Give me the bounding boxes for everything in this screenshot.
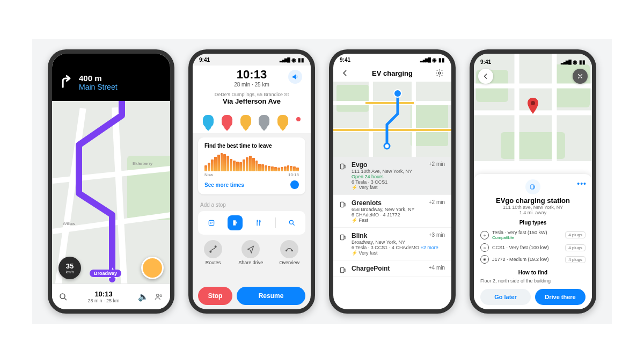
svg-point-8 (210, 251, 211, 252)
sound-toggle-icon[interactable]: 🔈 (138, 292, 149, 302)
charger-item-evgo[interactable]: Evgo 111 10th Ave, New York, NY Open 24 … (333, 157, 451, 195)
svg-point-3 (160, 294, 162, 296)
back-button[interactable] (478, 69, 493, 84)
drive-there-button[interactable]: Drive there (535, 289, 586, 305)
eta-detail: 28 min · 25 km (74, 298, 134, 303)
plug-row-j1772[interactable]: ◉ J1772 · Medium (19.2 kW) 4 plugs (480, 253, 586, 265)
map-pin-icon (526, 98, 539, 114)
station-name: EVgo charging station (480, 197, 586, 205)
status-bar: 9:41 ▂▄▆█◉▮▮ (333, 54, 451, 66)
station-icon (525, 179, 540, 194)
share-icon (241, 240, 260, 258)
destination-dot-icon (296, 117, 301, 121)
overview-icon (280, 240, 298, 258)
how-to-find-text: Floor 2, north side of the building (480, 278, 586, 284)
alert-pin-icon[interactable] (259, 115, 269, 128)
nav-distance: 400 m (79, 74, 118, 83)
report-button[interactable] (141, 257, 164, 279)
alert-pin-icon[interactable] (222, 115, 232, 128)
go-later-button[interactable]: Go later (480, 289, 531, 305)
svg-point-12 (438, 72, 441, 74)
charger-icon (339, 266, 347, 274)
eta-time: 10:13 (74, 290, 134, 298)
current-road-badge: Broadway (90, 270, 121, 277)
phone-nav: Elderberry Willow 9:41 ▂▄▆█◉▮▮ 400 m Mai… (48, 49, 174, 314)
charger-item-blink[interactable]: Blink Broadway, New York, NY 6 Tesla · 3… (333, 228, 451, 260)
status-time: 9:41 (199, 57, 210, 63)
routes-button[interactable]: Routes (204, 240, 222, 265)
route-alerts-row[interactable] (199, 111, 304, 128)
svg-point-19 (531, 101, 535, 105)
station-sheet[interactable]: ••• EVgo charging station 111 10th ave, … (474, 174, 592, 309)
nav-street: Main Street (79, 83, 118, 91)
charger-icon (339, 200, 347, 209)
search-icon[interactable] (57, 291, 69, 303)
traffic-histogram (204, 152, 299, 171)
phone-station-detail: 9:41 ▂▄▆█◉▮▮ ••• EVgo charging station 1… (470, 49, 596, 314)
charger-icon (339, 162, 347, 171)
svg-text:P: P (210, 221, 213, 224)
svg-line-7 (293, 224, 295, 226)
stop-category-row: P (198, 211, 305, 235)
settings-button[interactable] (434, 68, 445, 78)
svg-point-2 (157, 294, 159, 296)
nav-instruction-banner[interactable]: 400 m Main Street (52, 54, 170, 101)
svg-point-6 (289, 220, 293, 224)
see-more-times-link[interactable]: See more times (204, 182, 244, 188)
status-time: 9:41 (340, 57, 350, 63)
charger-item-chargepoint[interactable]: ChargePoint +4 min (333, 260, 451, 277)
charger-item-greenlots[interactable]: Greenlots 658 Broadway, New York, NY 6 C… (333, 195, 451, 228)
svg-point-14 (384, 143, 390, 149)
svg-line-1 (64, 298, 67, 300)
plug-types-heading: Plug types (480, 220, 586, 226)
arrival-summary: 10:13 28 min · 25 km (199, 68, 304, 88)
resume-button[interactable]: Resume (237, 287, 305, 305)
svg-point-0 (60, 294, 65, 299)
station-address: 111 10th ave, New York, NY (480, 205, 586, 210)
share-drive-button[interactable]: Share drive (238, 240, 263, 265)
alert-pin-icon[interactable] (203, 115, 214, 128)
map-canvas[interactable] (333, 82, 451, 157)
alert-pin-icon[interactable] (240, 115, 251, 128)
page-title: EV charging (372, 69, 413, 77)
svg-rect-18 (340, 267, 344, 272)
status-bar: 9:41 ▂▄▆█◉▮▮ (474, 56, 592, 68)
status-bar: 9:41 ▂▄▆█◉▮▮ (193, 54, 311, 66)
svg-rect-15 (340, 164, 344, 169)
speed-indicator[interactable]: 35 km/h (58, 257, 81, 279)
overview-button[interactable]: Overview (279, 240, 299, 265)
via-route: Via Jefferson Ave (199, 97, 304, 105)
friends-icon[interactable] (153, 291, 165, 303)
plug-icon: ⏚ (480, 231, 489, 239)
parking-chip[interactable]: P (204, 215, 219, 230)
plug-icon: ⌾ (480, 243, 489, 252)
back-button[interactable] (340, 68, 350, 78)
phone-route-overview: 9:41 ▂▄▆█◉▮▮ 10:13 28 min · 25 km DeDe's… (188, 49, 315, 314)
svg-rect-16 (340, 202, 344, 207)
more-menu-button[interactable]: ••• (577, 179, 587, 188)
how-to-find-heading: How to find (480, 270, 586, 275)
svg-point-11 (291, 250, 292, 251)
search-chip[interactable] (284, 215, 299, 230)
charger-icon (339, 233, 347, 242)
expand-icon[interactable] (290, 180, 299, 189)
stop-button[interactable]: Stop (198, 287, 232, 305)
eta-bar[interactable]: 10:13 28 min · 25 km 🔈 (52, 284, 170, 309)
alert-pin-icon[interactable] (277, 115, 288, 128)
destination-name: DeDe's Dumplings, 65 Brandice St (199, 92, 304, 97)
map-canvas[interactable] (474, 54, 592, 161)
food-chip[interactable] (251, 215, 266, 230)
routes-icon (204, 240, 222, 258)
svg-point-9 (215, 246, 216, 248)
plug-row-ccs1[interactable]: ⌾ CCS1 · Very fast (100 kW) 4 plugs (480, 242, 586, 253)
svg-point-13 (394, 90, 401, 97)
turn-right-icon (58, 75, 74, 90)
add-stop-input[interactable]: Add a stop (193, 199, 311, 211)
plug-icon: ◉ (480, 255, 489, 264)
sound-button[interactable] (288, 70, 302, 84)
charger-list[interactable]: Evgo 111 10th Ave, New York, NY Open 24 … (333, 157, 451, 277)
gas-chip[interactable] (228, 215, 243, 230)
best-time-card[interactable]: Find the best time to leave Now10:15 See… (198, 137, 305, 194)
close-button[interactable] (573, 69, 588, 84)
plug-row-tesla[interactable]: ⏚ Tesla · Very fast (150 kW) Compatible … (480, 228, 586, 242)
